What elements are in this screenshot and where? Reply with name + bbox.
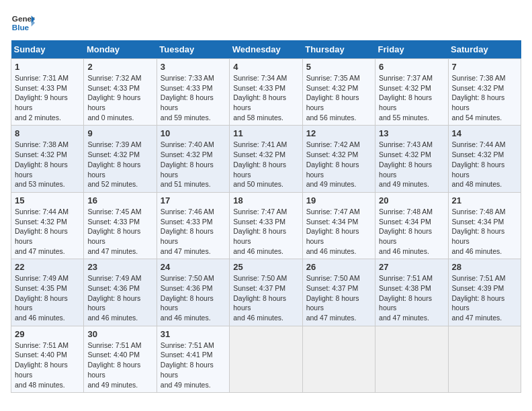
calendar-cell: 31 Sunrise: 7:51 AM Sunset: 4:41 PM Dayl…: [157, 326, 229, 392]
calendar-cell: [375, 326, 448, 392]
day-number: 31: [161, 329, 226, 339]
day-number: 7: [452, 62, 517, 72]
day-detail: Sunrise: 7:44 AM Sunset: 4:32 PM Dayligh…: [452, 140, 517, 189]
day-detail: Sunrise: 7:49 AM Sunset: 4:36 PM Dayligh…: [87, 273, 152, 322]
calendar-cell: 6 Sunrise: 7:37 AM Sunset: 4:32 PM Dayli…: [375, 59, 448, 126]
day-number: 16: [87, 195, 152, 205]
day-number: 22: [15, 262, 80, 272]
day-detail: Sunrise: 7:35 AM Sunset: 4:32 PM Dayligh…: [306, 73, 371, 122]
day-detail: Sunrise: 7:40 AM Sunset: 4:32 PM Dayligh…: [161, 140, 226, 189]
day-number: 15: [15, 195, 80, 205]
calendar-cell: 27 Sunrise: 7:51 AM Sunset: 4:38 PM Dayl…: [375, 259, 448, 326]
day-detail: Sunrise: 7:51 AM Sunset: 4:38 PM Dayligh…: [379, 273, 444, 322]
day-detail: Sunrise: 7:51 AM Sunset: 4:40 PM Dayligh…: [15, 340, 80, 390]
day-detail: Sunrise: 7:50 AM Sunset: 4:37 PM Dayligh…: [306, 273, 371, 322]
day-detail: Sunrise: 7:48 AM Sunset: 4:34 PM Dayligh…: [452, 207, 517, 256]
calendar-cell: 29 Sunrise: 7:51 AM Sunset: 4:40 PM Dayl…: [11, 326, 84, 392]
day-detail: Sunrise: 7:38 AM Sunset: 4:32 PM Dayligh…: [15, 140, 80, 189]
day-number: 1: [15, 62, 80, 72]
calendar-cell: 12 Sunrise: 7:42 AM Sunset: 4:32 PM Dayl…: [302, 126, 375, 192]
calendar-cell: 28 Sunrise: 7:51 AM Sunset: 4:39 PM Dayl…: [448, 259, 521, 326]
day-number: 6: [379, 62, 444, 72]
day-number: 24: [161, 262, 226, 272]
day-detail: Sunrise: 7:39 AM Sunset: 4:32 PM Dayligh…: [87, 140, 152, 189]
day-detail: Sunrise: 7:45 AM Sunset: 4:33 PM Dayligh…: [87, 207, 152, 256]
calendar-cell: 17 Sunrise: 7:46 AM Sunset: 4:33 PM Dayl…: [157, 192, 229, 259]
day-number: 25: [233, 262, 298, 272]
day-number: 17: [161, 195, 226, 205]
calendar-cell: 11 Sunrise: 7:41 AM Sunset: 4:32 PM Dayl…: [230, 126, 302, 192]
day-detail: Sunrise: 7:47 AM Sunset: 4:33 PM Dayligh…: [233, 207, 298, 256]
calendar-cell: 21 Sunrise: 7:48 AM Sunset: 4:34 PM Dayl…: [448, 192, 521, 259]
calendar-cell: 2 Sunrise: 7:32 AM Sunset: 4:33 PM Dayli…: [84, 59, 157, 126]
day-header-friday: Friday: [375, 40, 448, 59]
calendar-cell: 9 Sunrise: 7:39 AM Sunset: 4:32 PM Dayli…: [84, 126, 157, 192]
day-header-saturday: Saturday: [448, 40, 521, 59]
calendar-cell: 14 Sunrise: 7:44 AM Sunset: 4:32 PM Dayl…: [448, 126, 521, 192]
svg-text:Blue: Blue: [12, 23, 30, 32]
day-detail: Sunrise: 7:51 AM Sunset: 4:39 PM Dayligh…: [452, 273, 517, 322]
day-detail: Sunrise: 7:51 AM Sunset: 4:40 PM Dayligh…: [87, 340, 152, 390]
calendar-cell: [302, 326, 375, 392]
calendar-cell: 3 Sunrise: 7:33 AM Sunset: 4:33 PM Dayli…: [157, 59, 229, 126]
calendar-week-4: 22 Sunrise: 7:49 AM Sunset: 4:35 PM Dayl…: [11, 259, 521, 326]
calendar-cell: 1 Sunrise: 7:31 AM Sunset: 4:33 PM Dayli…: [11, 59, 84, 126]
calendar-cell: 13 Sunrise: 7:43 AM Sunset: 4:32 PM Dayl…: [375, 126, 448, 192]
page-header: General Blue: [11, 11, 521, 35]
calendar-cell: [230, 326, 302, 392]
calendar-cell: 7 Sunrise: 7:38 AM Sunset: 4:32 PM Dayli…: [448, 59, 521, 126]
day-header-sunday: Sunday: [11, 40, 84, 59]
calendar-cell: 20 Sunrise: 7:48 AM Sunset: 4:34 PM Dayl…: [375, 192, 448, 259]
calendar-cell: 24 Sunrise: 7:50 AM Sunset: 4:36 PM Dayl…: [157, 259, 229, 326]
day-number: 23: [87, 262, 152, 272]
day-number: 9: [87, 128, 152, 138]
calendar-cell: 23 Sunrise: 7:49 AM Sunset: 4:36 PM Dayl…: [84, 259, 157, 326]
calendar-cell: 22 Sunrise: 7:49 AM Sunset: 4:35 PM Dayl…: [11, 259, 84, 326]
calendar-cell: 18 Sunrise: 7:47 AM Sunset: 4:33 PM Dayl…: [230, 192, 302, 259]
calendar-cell: 30 Sunrise: 7:51 AM Sunset: 4:40 PM Dayl…: [84, 326, 157, 392]
day-header-tuesday: Tuesday: [157, 40, 229, 59]
calendar-cell: 26 Sunrise: 7:50 AM Sunset: 4:37 PM Dayl…: [302, 259, 375, 326]
day-detail: Sunrise: 7:34 AM Sunset: 4:33 PM Dayligh…: [233, 73, 298, 122]
day-number: 27: [379, 262, 444, 272]
day-number: 29: [15, 329, 80, 339]
day-number: 26: [306, 262, 371, 272]
day-detail: Sunrise: 7:41 AM Sunset: 4:32 PM Dayligh…: [233, 140, 298, 189]
day-detail: Sunrise: 7:31 AM Sunset: 4:33 PM Dayligh…: [15, 73, 80, 122]
day-number: 5: [306, 62, 371, 72]
calendar-cell: 10 Sunrise: 7:40 AM Sunset: 4:32 PM Dayl…: [157, 126, 229, 192]
day-detail: Sunrise: 7:44 AM Sunset: 4:32 PM Dayligh…: [15, 207, 80, 256]
day-number: 28: [452, 262, 517, 272]
day-number: 19: [306, 195, 371, 205]
day-number: 11: [233, 128, 298, 138]
calendar-cell: 16 Sunrise: 7:45 AM Sunset: 4:33 PM Dayl…: [84, 192, 157, 259]
logo: General Blue: [11, 11, 35, 35]
calendar-week-2: 8 Sunrise: 7:38 AM Sunset: 4:32 PM Dayli…: [11, 126, 521, 192]
day-number: 18: [233, 195, 298, 205]
day-detail: Sunrise: 7:47 AM Sunset: 4:34 PM Dayligh…: [306, 207, 371, 256]
day-detail: Sunrise: 7:48 AM Sunset: 4:34 PM Dayligh…: [379, 207, 444, 256]
day-detail: Sunrise: 7:50 AM Sunset: 4:37 PM Dayligh…: [233, 273, 298, 322]
calendar-cell: 4 Sunrise: 7:34 AM Sunset: 4:33 PM Dayli…: [230, 59, 302, 126]
day-header-wednesday: Wednesday: [230, 40, 302, 59]
day-detail: Sunrise: 7:46 AM Sunset: 4:33 PM Dayligh…: [161, 207, 226, 256]
day-detail: Sunrise: 7:38 AM Sunset: 4:32 PM Dayligh…: [452, 73, 517, 122]
day-number: 20: [379, 195, 444, 205]
day-number: 21: [452, 195, 517, 205]
day-number: 13: [379, 128, 444, 138]
calendar-cell: 25 Sunrise: 7:50 AM Sunset: 4:37 PM Dayl…: [230, 259, 302, 326]
calendar-cell: 15 Sunrise: 7:44 AM Sunset: 4:32 PM Dayl…: [11, 192, 84, 259]
day-detail: Sunrise: 7:50 AM Sunset: 4:36 PM Dayligh…: [161, 273, 226, 322]
calendar-cell: [448, 326, 521, 392]
day-number: 10: [161, 128, 226, 138]
day-number: 8: [15, 128, 80, 138]
day-detail: Sunrise: 7:37 AM Sunset: 4:32 PM Dayligh…: [379, 73, 444, 122]
day-detail: Sunrise: 7:43 AM Sunset: 4:32 PM Dayligh…: [379, 140, 444, 189]
calendar-cell: 5 Sunrise: 7:35 AM Sunset: 4:32 PM Dayli…: [302, 59, 375, 126]
calendar-week-5: 29 Sunrise: 7:51 AM Sunset: 4:40 PM Dayl…: [11, 326, 521, 392]
day-number: 12: [306, 128, 371, 138]
day-detail: Sunrise: 7:32 AM Sunset: 4:33 PM Dayligh…: [87, 73, 152, 122]
day-number: 14: [452, 128, 517, 138]
day-header-monday: Monday: [84, 40, 157, 59]
day-detail: Sunrise: 7:42 AM Sunset: 4:32 PM Dayligh…: [306, 140, 371, 189]
